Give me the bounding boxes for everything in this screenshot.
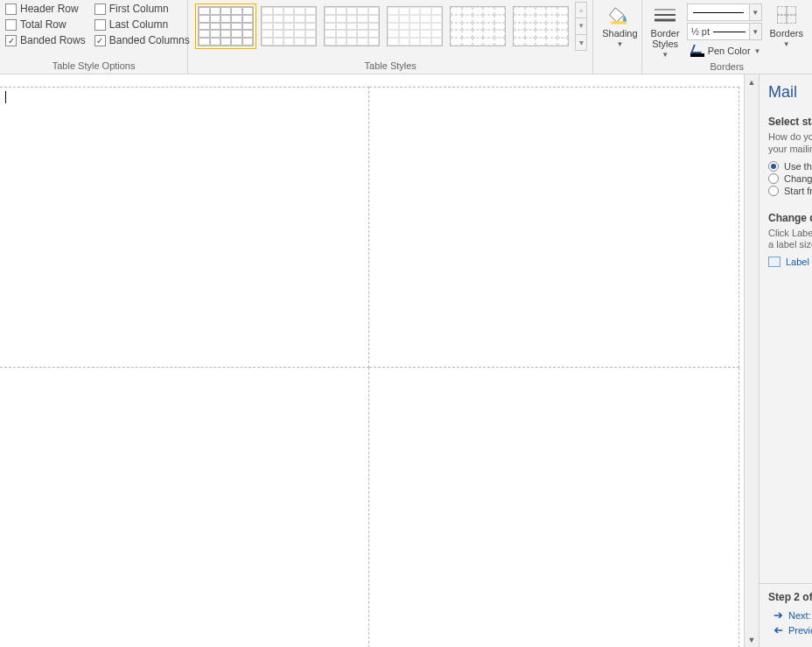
checkbox-icon	[5, 19, 17, 31]
hint-line: your mailing labels?	[768, 144, 812, 154]
line-weight-value: ½ pt	[688, 26, 713, 37]
chevron-down-icon: ▼	[783, 40, 790, 48]
line-weight-dropdown[interactable]: ½ pt ▼	[687, 23, 762, 40]
table-row	[0, 368, 739, 648]
button-label: Shading	[602, 28, 637, 39]
borders-button[interactable]: Borders ▼	[764, 2, 807, 48]
table-style-thumb-6[interactable]	[510, 4, 571, 49]
radio-use-current[interactable]: Use the current document	[768, 161, 812, 172]
link-text: Previous: Select document type	[788, 625, 812, 636]
ribbon: Header Row First Column Total Row Last C…	[0, 0, 812, 74]
table-style-thumb-5[interactable]	[447, 4, 508, 49]
scroll-down-button[interactable]: ▼	[745, 632, 759, 647]
button-label: Borders	[769, 28, 803, 39]
checkbox-icon	[94, 4, 106, 15]
wizard-next-link[interactable]: ➔ Next: Select recipients	[774, 608, 803, 622]
label-cell[interactable]	[368, 368, 739, 648]
gallery-scroll-up[interactable]: ▲	[576, 3, 586, 18]
group-label: Table Styles	[193, 59, 587, 74]
checkbox-icon	[94, 19, 106, 31]
check-header-row[interactable]: Header Row	[5, 3, 86, 15]
group-shading: Shading ▼	[593, 0, 640, 74]
label-sheet-table[interactable]	[0, 87, 739, 647]
check-last-column[interactable]: Last Column	[94, 18, 190, 31]
pane-hint: Click Label options to choose a label si…	[768, 228, 812, 252]
document-page	[0, 87, 739, 647]
pen-color-label: Pen Color	[708, 46, 751, 56]
paint-bucket-icon	[607, 4, 632, 26]
group-label-spacer	[598, 59, 640, 74]
hint-line: Click Label options to choose	[768, 228, 812, 238]
gallery-more-button[interactable]: ▾	[576, 35, 586, 50]
shading-button[interactable]: Shading ▼	[598, 2, 640, 48]
group-borders: Border Styles ▼ ▼ ½ pt ▼ Pen Color ▼	[641, 0, 812, 74]
svg-rect-1	[612, 21, 627, 24]
radio-start-from[interactable]: Start from existing document	[768, 186, 812, 196]
label-options-icon	[768, 257, 780, 267]
check-label: Header Row	[20, 3, 79, 15]
label-cell[interactable]	[0, 368, 368, 648]
border-styles-button[interactable]: Border Styles ▼	[648, 2, 683, 59]
chevron-down-icon: ▼	[616, 40, 623, 48]
group-label: Borders	[648, 60, 807, 74]
link-text: Label options...	[786, 257, 812, 267]
pane-title: Mail	[768, 83, 812, 102]
radio-icon	[768, 161, 779, 172]
check-banded-columns[interactable]: ✓ Banded Columns	[94, 34, 190, 46]
radio-label: Use the current document	[784, 161, 812, 172]
pen-color-icon	[690, 45, 704, 57]
check-label: Total Row	[20, 18, 66, 31]
radio-label: Change document layout	[784, 173, 812, 184]
group-table-styles: ▲ ▼ ▾ Table Styles	[188, 0, 593, 74]
chevron-down-icon: ▼	[749, 4, 761, 20]
svg-marker-0	[610, 8, 624, 22]
gallery-scrollbar: ▲ ▼ ▾	[575, 2, 587, 51]
workspace: ▲ ▼ Mail Select starting document How do…	[0, 74, 812, 647]
checkbox-icon: ✓	[94, 35, 106, 46]
arrow-left-icon: ➔	[774, 623, 783, 636]
chevron-down-icon: ▼	[754, 47, 761, 55]
check-label: Banded Columns	[109, 34, 190, 46]
scroll-up-button[interactable]: ▲	[745, 74, 759, 89]
hint-line: How do you want to set up	[768, 131, 812, 142]
radio-label: Start from existing document	[784, 186, 812, 196]
chevron-down-icon: ▼	[749, 24, 761, 39]
check-banded-rows[interactable]: ✓ Banded Rows	[5, 34, 86, 46]
table-style-thumb-1[interactable]	[195, 4, 256, 49]
document-viewport[interactable]	[0, 74, 744, 647]
check-total-row[interactable]: Total Row	[5, 18, 86, 31]
pane-footer: Step 2 of 6 ➔ Next: Select recipients ➔ …	[760, 583, 812, 647]
gallery-scroll-down[interactable]: ▼	[576, 18, 586, 34]
label-cell[interactable]	[368, 88, 739, 368]
pen-color-dropdown[interactable]: Pen Color ▼	[687, 42, 765, 60]
pane-hint: How do you want to set up your mailing l…	[768, 131, 812, 156]
borders-grid-icon	[774, 4, 799, 26]
table-row	[0, 88, 739, 368]
arrow-right-icon: ➔	[774, 608, 783, 622]
label-cell[interactable]	[0, 88, 368, 368]
table-style-thumb-4[interactable]	[384, 4, 445, 49]
radio-change-layout[interactable]: Change document layout	[768, 173, 812, 184]
checkbox-icon: ✓	[5, 35, 17, 46]
table-style-thumb-3[interactable]	[321, 4, 382, 49]
hint-line: a label size.	[768, 239, 812, 250]
wizard-prev-link[interactable]: ➔ Previous: Select document type	[774, 623, 803, 636]
wizard-step-label: Step 2 of 6	[768, 591, 803, 603]
table-style-thumb-2[interactable]	[258, 4, 319, 49]
button-label: Border Styles	[651, 28, 680, 49]
group-table-style-options: Header Row First Column Total Row Last C…	[0, 0, 188, 74]
table-styles-gallery	[193, 2, 573, 51]
vertical-scrollbar[interactable]: ▲ ▼	[744, 74, 759, 647]
group-label: Table Style Options	[5, 59, 182, 74]
check-label: Last Column	[109, 18, 168, 31]
link-text: Next: Select recipients	[788, 610, 812, 621]
check-first-column[interactable]: First Column	[94, 3, 190, 15]
line-style-dropdown[interactable]: ▼	[687, 4, 762, 21]
scroll-track[interactable]	[745, 89, 759, 632]
check-label: First Column	[109, 3, 169, 15]
radio-icon	[768, 186, 779, 196]
line-weight-preview	[713, 32, 746, 32]
checkbox-icon	[5, 4, 17, 15]
label-options-link[interactable]: Label options...	[768, 257, 812, 267]
border-styles-icon	[653, 4, 677, 26]
